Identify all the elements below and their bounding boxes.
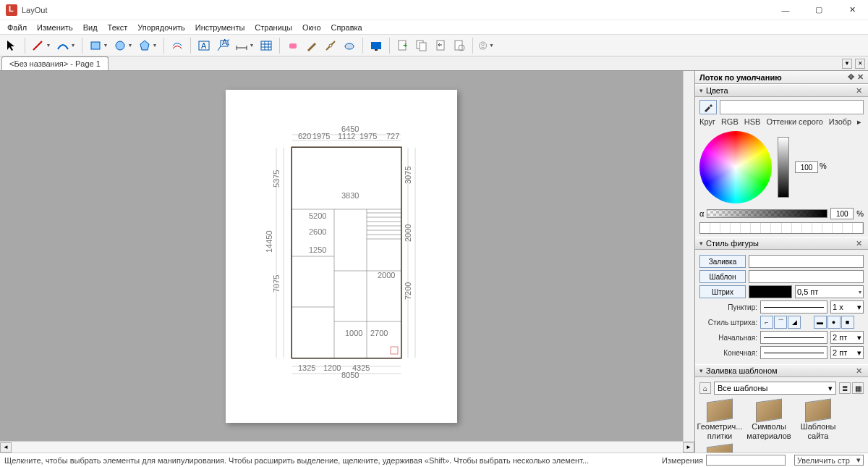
tab-grayscale[interactable]: Оттенки серого	[766, 117, 822, 127]
measurements-input[interactable]	[706, 455, 786, 466]
color-wheel[interactable]	[699, 131, 772, 203]
tab-scroll-right-icon[interactable]: ▸	[857, 117, 861, 127]
tab-wheel[interactable]: Круг	[699, 117, 715, 127]
alpha-input[interactable]	[830, 208, 854, 219]
percent-label: %	[820, 161, 827, 173]
eyedropper-button[interactable]	[699, 100, 717, 114]
menu-tools[interactable]: Инструменты	[191, 22, 250, 33]
presentation-tool[interactable]	[367, 37, 385, 54]
pattern-home-button[interactable]: ⌂	[699, 382, 711, 394]
maximize-button[interactable]: ▢	[809, 3, 829, 17]
tab-dropdown-button[interactable]: ▼	[842, 59, 852, 69]
stroke-toggle-button[interactable]: Штрих	[699, 285, 746, 298]
corner-miter-button[interactable]: ⌐	[760, 316, 773, 329]
fill-toggle-button[interactable]: Заливка	[699, 255, 746, 268]
view-grid-button[interactable]: ▦	[852, 382, 864, 394]
end-arrow-select[interactable]	[760, 346, 827, 359]
text-tool[interactable]: A	[195, 37, 213, 54]
dimension-tool[interactable]: ▼	[233, 37, 256, 54]
brightness-input[interactable]	[795, 161, 818, 173]
colors-panel-close-icon[interactable]: ✕	[854, 86, 864, 96]
tray-pin-icon[interactable]: ✥	[848, 72, 854, 82]
dash-scale-select[interactable]: 1 x▾	[830, 300, 864, 314]
colors-panel-header[interactable]: ▾ Цвета ✕	[695, 84, 868, 97]
zoom-select[interactable]: Увеличить стр▾	[794, 455, 864, 466]
svg-text:1975: 1975	[359, 132, 377, 140]
page-tab[interactable]: <Без названия> - Page 1	[1, 56, 109, 70]
current-color-swatch[interactable]	[720, 100, 864, 114]
fill-color-swatch[interactable]	[749, 255, 864, 268]
menu-view[interactable]: Вид	[79, 22, 102, 33]
shape-style-panel-header[interactable]: ▾ Стиль фигуры ✕	[695, 237, 868, 250]
split-tool[interactable]	[322, 37, 339, 54]
duplicate-page-button[interactable]	[413, 37, 430, 54]
arc-tool[interactable]: ▼	[54, 37, 77, 54]
circle-tool[interactable]: ▼	[111, 37, 135, 54]
tab-hsb[interactable]: HSB	[744, 117, 761, 127]
collapse-icon: ▾	[699, 87, 703, 94]
color-swatch-strip[interactable]	[699, 222, 864, 234]
pattern-folder[interactable]: Геометрич...плитки	[699, 400, 740, 441]
pattern-toggle-button[interactable]: Шаблон	[699, 270, 746, 283]
corner-round-button[interactable]: ⌒	[774, 316, 787, 329]
dash-style-select[interactable]	[760, 300, 827, 314]
menu-text[interactable]: Текст	[103, 22, 132, 33]
view-list-button[interactable]: ≣	[839, 382, 851, 394]
tab-image[interactable]: Изобр	[829, 117, 851, 127]
corner-bevel-button[interactable]: ◢	[788, 316, 801, 329]
brightness-slider[interactable]	[778, 137, 789, 198]
pattern-folder[interactable]: Шаблонысайта	[798, 400, 838, 441]
pattern-library-select[interactable]: Все шаблоны▾	[714, 382, 836, 395]
style-tool[interactable]	[303, 37, 320, 54]
line-tool[interactable]: ▼	[30, 37, 53, 54]
next-page-button[interactable]	[451, 37, 468, 54]
scroll-left-button[interactable]: ◄	[0, 442, 12, 453]
tab-close-button[interactable]: ✕	[855, 59, 865, 69]
join-tool[interactable]	[341, 37, 358, 54]
tray-title-bar[interactable]: Лоток по умолчанию ✥ ✕	[695, 71, 868, 84]
cap-square-button[interactable]: ■	[841, 316, 854, 329]
select-tool[interactable]	[3, 37, 20, 54]
polygon-tool[interactable]: ▼	[136, 37, 159, 54]
menu-help[interactable]: Справка	[327, 22, 367, 33]
table-tool[interactable]	[258, 37, 275, 54]
pattern-fill-panel-close-icon[interactable]: ✕	[854, 366, 864, 376]
scroll-right-button[interactable]: ►	[683, 442, 694, 453]
stroke-width-select[interactable]: 0,5 пт▾	[795, 285, 864, 298]
start-arrow-select[interactable]	[760, 331, 827, 344]
drawing-canvas[interactable]: 6450 620197511121975727 14450 5375 7075 …	[0, 71, 683, 441]
menu-pages[interactable]: Страницы	[250, 22, 297, 33]
account-button[interactable]: ▼	[477, 37, 495, 54]
close-button[interactable]: ✕	[842, 3, 862, 17]
pattern-folder[interactable]: Символыматериалов	[749, 400, 789, 441]
horizontal-scrollbar[interactable]: ◄ ►	[0, 441, 694, 453]
shape-style-panel-close-icon[interactable]: ✕	[854, 239, 864, 248]
start-arrow-size-select[interactable]: 2 пт▾	[830, 331, 864, 344]
rectangle-tool[interactable]: ▼	[87, 37, 110, 54]
label-tool[interactable]: A1	[214, 37, 231, 54]
menu-window[interactable]: Окно	[298, 22, 326, 33]
cap-round-button[interactable]: ●	[827, 316, 841, 329]
add-page-button[interactable]: +	[394, 37, 412, 54]
menu-edit[interactable]: Изменить	[33, 22, 77, 33]
dash-label: Пунктир:	[699, 303, 757, 311]
stroke-color-swatch[interactable]	[749, 285, 792, 298]
vertical-scrollbar[interactable]	[683, 71, 694, 441]
end-arrow-size-select[interactable]: 2 пт▾	[830, 346, 864, 359]
alpha-slider[interactable]	[707, 209, 827, 218]
minimize-button[interactable]: —	[775, 3, 796, 17]
menu-arrange[interactable]: Упорядочить	[133, 22, 189, 33]
svg-text:4325: 4325	[352, 363, 370, 372]
tab-rgb[interactable]: RGB	[721, 117, 739, 127]
page[interactable]: 6450 620197511121975727 14450 5375 7075 …	[226, 90, 457, 423]
pattern-fill-panel-header[interactable]: ▾ Заливка шаблоном ✕	[695, 364, 868, 377]
previous-page-button[interactable]	[432, 37, 449, 54]
menu-file[interactable]: Файл	[3, 22, 31, 33]
offset-tool[interactable]	[169, 37, 186, 54]
cap-flat-button[interactable]: ▬	[814, 316, 827, 329]
tray-close-icon[interactable]: ✕	[857, 72, 864, 82]
collapse-icon: ▾	[699, 240, 703, 247]
eraser-tool[interactable]	[284, 37, 302, 54]
pattern-folder[interactable]: Тональныешаблоны	[699, 445, 740, 453]
pattern-swatch[interactable]	[749, 270, 864, 283]
